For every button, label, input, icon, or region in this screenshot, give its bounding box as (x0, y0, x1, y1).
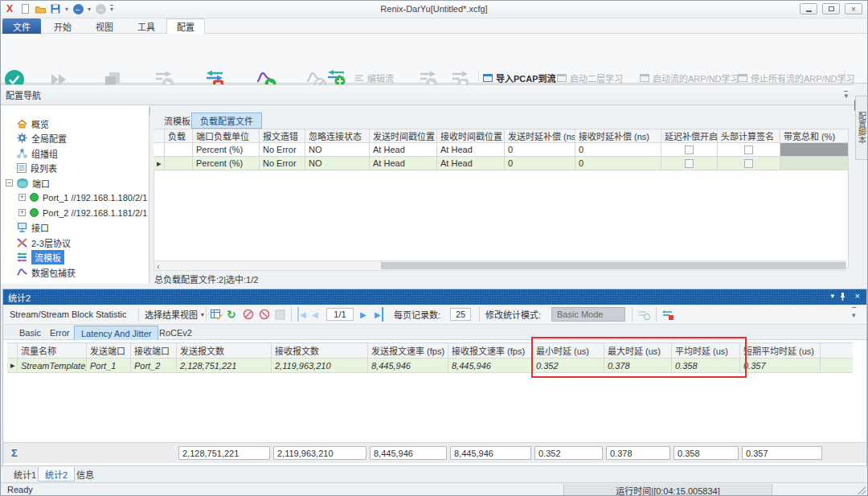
import-pcap-button[interactable]: 导入PCAP到流 (483, 72, 556, 84)
ignore-link-cell[interactable]: NO (305, 157, 370, 170)
column-header[interactable]: 流量名称 (18, 342, 87, 359)
horizontal-scrollbar[interactable]: ‹ (154, 260, 846, 271)
load-cell[interactable] (165, 157, 193, 170)
sidebar-item-interface[interactable]: 接口 (17, 220, 49, 234)
stream-name-cell[interactable]: StreamTemplate_1 (18, 359, 87, 373)
checkbox[interactable] (744, 146, 753, 154)
sidebar-item-overview[interactable]: 概览 (17, 117, 49, 130)
next-page-icon[interactable]: ▶ (360, 307, 366, 322)
column-header[interactable]: 接收报文数 (272, 342, 368, 359)
close-button[interactable]: × (845, 3, 862, 14)
tx-comp-cell[interactable]: 0 (505, 143, 575, 157)
tx-timestamp-cell[interactable]: At Head (370, 143, 437, 157)
minimize-button[interactable] (800, 3, 817, 14)
column-header[interactable]: 发送时间戳位置 (370, 129, 437, 143)
tab-error[interactable]: Error (43, 326, 76, 340)
column-header[interactable]: 最大时延 (us) (604, 342, 672, 359)
column-header[interactable]: 接收报文速率 (fps) (448, 342, 533, 359)
last-page-icon[interactable]: ▶ (375, 307, 383, 322)
per-page-input[interactable]: 25 (450, 308, 471, 321)
expand-node-icon[interactable]: + (18, 209, 26, 216)
header-sign-cell[interactable] (718, 157, 780, 170)
sidebar-item-multicast-group[interactable]: 组播组 (17, 146, 58, 160)
tab-info[interactable]: 信息 (70, 467, 100, 482)
latency-comp-cell[interactable] (661, 157, 718, 170)
scrollbar-thumb[interactable] (381, 262, 845, 269)
unit-cell[interactable]: Percent (%) (193, 157, 260, 170)
close-panel-icon[interactable]: × (855, 291, 860, 301)
panel-menu-icon[interactable]: ▾ (844, 91, 848, 100)
column-header[interactable]: 带宽总和 (%) (780, 129, 849, 143)
unit-cell[interactable]: Percent (%) (193, 143, 260, 157)
column-header[interactable]: 发送时延补偿 (ns) (505, 129, 575, 143)
refresh-icon[interactable]: ↻ (227, 307, 236, 322)
error-cell[interactable]: No Error (260, 157, 305, 170)
tab-view[interactable]: 视图 (86, 18, 123, 34)
latency-comp-cell[interactable] (661, 143, 718, 157)
config-script-side-tab[interactable]: 配置脚本 (855, 96, 868, 160)
tx-timestamp-cell[interactable]: At Head (370, 157, 437, 170)
column-header[interactable]: 接收时延补偿 (ns) (575, 129, 661, 143)
sidebar-item-port2[interactable]: + Port_2 //192.168.1.181/2/1 (18, 206, 147, 219)
tx-frames-cell[interactable]: 2,128,751,221 (177, 359, 272, 373)
stats-data-row[interactable]: ▸ StreamTemplate_1 Port_1 Port_2 2,128,7… (7, 359, 853, 373)
resize-grip[interactable] (858, 486, 866, 494)
column-header[interactable]: 忽略连接状态 (305, 129, 370, 143)
tx-comp-cell[interactable]: 0 (505, 157, 575, 170)
checkbox[interactable] (685, 146, 694, 154)
rx-comp-cell[interactable]: 0 (575, 143, 661, 157)
clear-statistics-icon[interactable] (243, 307, 254, 322)
toolbar-overflow-icon[interactable]: ▾ (852, 307, 856, 322)
tx-rate-cell[interactable]: 8,445,946 (368, 359, 448, 373)
customize-columns-icon[interactable] (211, 307, 223, 322)
tab-tools[interactable]: 工具 (128, 18, 165, 34)
tab-load-profile[interactable]: 负载配置文件 (191, 113, 262, 129)
column-header[interactable]: 接收端口 (131, 342, 177, 359)
column-header[interactable]: 延迟补偿开启 (661, 129, 718, 143)
column-header[interactable]: 平均时延 (us) (672, 342, 740, 359)
scroll-left-icon[interactable]: ‹ (154, 261, 162, 271)
error-cell[interactable]: No Error (260, 143, 305, 157)
sidebar-item-packet-capture[interactable]: 数据包捕获 (17, 265, 76, 279)
rx-frames-cell[interactable]: 2,119,963,210 (272, 359, 368, 373)
column-header[interactable]: 最小时延 (us) (533, 342, 604, 359)
rx-timestamp-cell[interactable]: At Head (437, 143, 505, 157)
tx-port-cell[interactable]: Port_1 (87, 359, 131, 373)
clear-all-statistics-icon[interactable] (259, 307, 270, 322)
short-avg-latency-cell[interactable]: 0.357 (740, 359, 821, 373)
tab-file[interactable]: 文件 (2, 18, 41, 34)
rx-port-cell[interactable]: Port_2 (131, 359, 177, 373)
column-header[interactable]: 发送端口 (87, 342, 131, 359)
column-header[interactable]: 发送报文数 (177, 342, 272, 359)
prev-page-icon[interactable]: ◀ (312, 307, 318, 322)
checkbox[interactable] (744, 159, 753, 168)
pin-icon[interactable] (838, 292, 847, 303)
column-header[interactable]: 发送报文速率 (fps) (368, 342, 448, 359)
tab-basic[interactable]: Basic (13, 326, 47, 340)
table-row[interactable]: Percent (%) No Error NO At Head At Head … (154, 143, 849, 157)
sidebar-item-segment-list[interactable]: 段列表 (17, 161, 57, 174)
tab-rocev2[interactable]: RoCEv2 (153, 326, 199, 340)
ignore-link-cell[interactable]: NO (305, 143, 370, 157)
column-header[interactable]: 头部计算签名 (718, 129, 780, 143)
column-header[interactable]: 报文造错 (260, 129, 305, 143)
max-latency-cell[interactable]: 0.378 (604, 359, 672, 373)
tab-latency-and-jitter[interactable]: Latency And Jitter (74, 326, 158, 340)
sidebar-item-ports[interactable]: − 端口 (6, 176, 50, 190)
sidebar-item-global-config[interactable]: 全局配置 (17, 131, 67, 145)
table-row-selected[interactable]: ▸ Percent (%) No Error NO At Head At Hea… (154, 157, 849, 170)
load-cell[interactable] (165, 143, 193, 157)
avg-latency-cell[interactable]: 0.358 (672, 359, 740, 373)
checkbox[interactable] (685, 159, 694, 168)
tab-config[interactable]: 配置 (166, 18, 205, 34)
column-header[interactable]: 接收时间戳位置 (437, 129, 505, 143)
column-header[interactable]: 短期平均时延 (us) (740, 342, 821, 359)
sidebar-item-stream-template[interactable]: 流模板 (17, 250, 64, 264)
rx-rate-cell[interactable]: 8,445,946 (448, 359, 533, 373)
select-result-view-button[interactable]: 选择结果视图 ▾ (145, 307, 204, 322)
expand-node-icon[interactable]: + (18, 194, 26, 201)
tab-home[interactable]: 开始 (44, 18, 81, 34)
collapse-node-icon[interactable]: − (6, 179, 13, 187)
rx-timestamp-cell[interactable]: At Head (437, 157, 505, 170)
header-sign-cell[interactable] (718, 143, 780, 157)
